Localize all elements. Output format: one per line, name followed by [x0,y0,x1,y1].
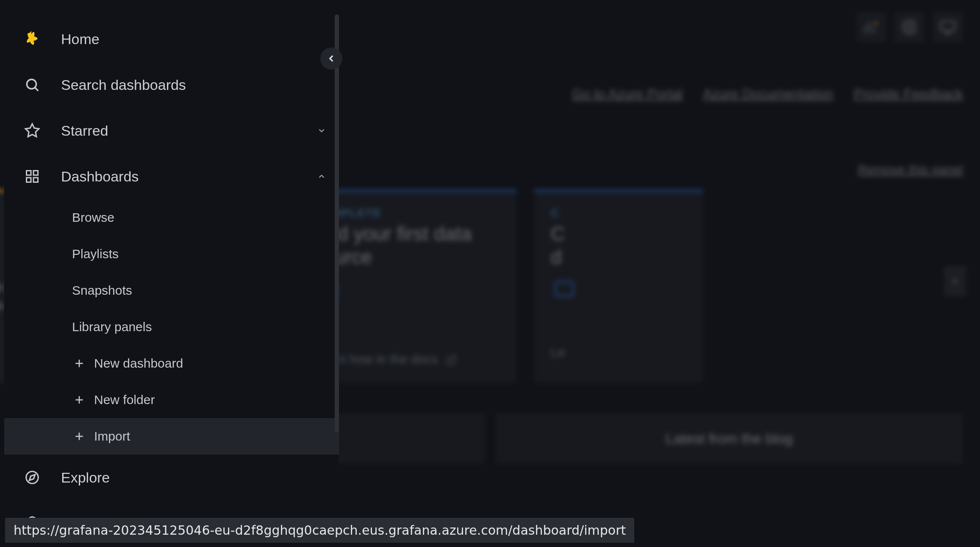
monitor-icon-button[interactable] [933,12,963,42]
card-title: C d [551,222,686,269]
nav-browse-label: Browse [72,210,114,225]
database-icon [314,279,500,310]
nav-dashboards[interactable]: Dashboards [4,153,339,199]
grafana-logo-icon [22,29,42,49]
plus-icon [72,431,86,442]
svg-rect-7 [27,171,31,176]
settings-icon-button[interactable] [894,12,925,42]
card-footer[interactable]: Le [551,345,686,360]
svg-line-5 [35,88,39,91]
star-icon [22,123,42,139]
chevron-up-icon [317,172,326,181]
svg-marker-18 [29,474,35,480]
svg-point-17 [26,472,39,484]
plus-icon [72,358,86,369]
chevron-down-icon [317,126,326,135]
nav-dashboards-label: Dashboards [61,168,139,185]
remove-panel-link[interactable]: Remove this panel [858,162,963,177]
nav-explore-label: Explore [61,469,110,486]
nav-home[interactable]: Home [4,16,339,62]
plus-icon [72,394,86,405]
nav-new-folder[interactable]: New folder [4,382,339,418]
nav-playlists[interactable]: Playlists [4,236,339,272]
link-azure-docs[interactable]: Azure Documentation [703,86,833,102]
link-azure-portal[interactable]: Go to Azure Portal [572,86,683,102]
nav-new-folder-label: New folder [94,393,155,407]
nav-import[interactable]: Import [4,418,339,455]
nav-starred[interactable]: Starred [4,108,339,153]
card-eyebrow: COMPLETE [314,207,500,220]
card-title: Add your first data source [314,222,500,269]
nav-home-label: Home [61,31,100,47]
svg-rect-1 [941,22,955,31]
sidebar: Home Search dashboards Starred Dashboard… [4,4,339,543]
svg-rect-3 [555,282,573,296]
nav-playlists-label: Playlists [72,247,119,261]
nav-search[interactable]: Search dashboards [4,62,339,108]
nav-snapshots-label: Snapshots [72,283,132,298]
nav-explore[interactable]: Explore [4,455,339,500]
nav-new-dashboard[interactable]: New dashboard [4,345,339,382]
compass-icon [22,469,42,486]
link-provide-feedback[interactable]: Provide Feedback [854,86,963,102]
bar-chart-plus-icon-button[interactable] [856,12,887,42]
nav-browse[interactable]: Browse [4,199,339,236]
search-icon [22,77,42,93]
bottom-card-blog[interactable]: Latest from the blog [495,413,963,464]
collapse-sidebar-button[interactable] [320,47,342,70]
nav-import-label: Import [94,429,130,444]
nav-library-panels[interactable]: Library panels [4,309,339,345]
nav-snapshots[interactable]: Snapshots [4,272,339,309]
scroll-next-button[interactable] [944,266,966,296]
card-create-dashboard[interactable]: C C d Le [534,190,703,383]
nav-starred-label: Starred [61,123,108,139]
svg-point-4 [27,79,36,89]
nav-search-label: Search dashboards [61,77,186,93]
status-bar-url: https://grafana-202345125046-eu-d2f8gghq… [5,518,634,543]
card-footer[interactable]: Learn how in the docs [314,352,500,366]
card-eyebrow: C [551,207,686,220]
svg-rect-9 [27,178,31,182]
svg-rect-8 [33,171,38,176]
dashboards-icon [22,169,42,184]
panel-icon [551,279,686,303]
svg-marker-6 [25,124,39,137]
svg-rect-10 [33,178,38,182]
nav-new-dashboard-label: New dashboard [94,356,183,371]
svg-point-0 [908,25,912,29]
blog-title: Latest from the blog [666,430,793,447]
sidebar-scrollbar[interactable] [335,14,339,433]
nav-library-label: Library panels [72,320,152,334]
